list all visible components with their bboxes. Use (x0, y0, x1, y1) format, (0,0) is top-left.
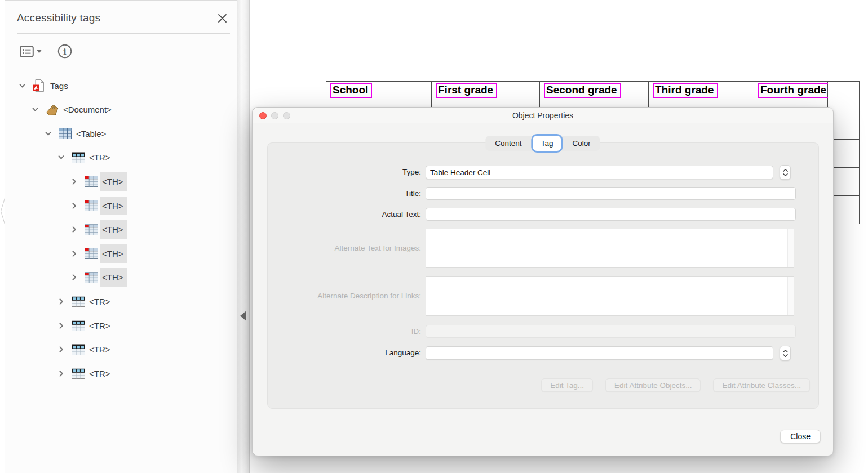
header-cell-icon (85, 224, 98, 236)
language-stepper-icon[interactable] (780, 346, 791, 360)
chevron-right-icon[interactable] (70, 274, 78, 281)
pdf-icon (33, 79, 46, 92)
title-field[interactable] (426, 187, 796, 200)
edit-attribute-objects-button: Edit Attribute Objects... (605, 378, 701, 392)
alt-text-images-textarea (426, 229, 794, 268)
panel-title: Accessibility tags (17, 12, 100, 24)
table-icon (59, 127, 72, 140)
tree-item-tr-5[interactable]: <TR> (5, 364, 237, 383)
tree-item-tr-2[interactable]: <TR> (5, 292, 237, 311)
tree-item-table[interactable]: <Table> (5, 124, 237, 143)
textarea-scrollbar[interactable] (787, 277, 794, 315)
table-row-icon (72, 295, 85, 307)
header-cell-icon (85, 175, 98, 188)
window-zoom-button (283, 112, 290, 119)
dialog-title: Object Properties (253, 111, 833, 120)
table-row-icon (72, 319, 85, 332)
chevron-down-icon[interactable] (32, 106, 39, 113)
tag-form-panel: Type:Title:Actual Text:Alternate Text fo… (267, 142, 819, 409)
type-stepper-icon[interactable] (780, 165, 791, 180)
tree-item-label: <TH> (100, 197, 127, 215)
tree-item-label: <TH> (100, 268, 127, 287)
header-cell-icon (85, 271, 98, 284)
language-field[interactable] (426, 346, 773, 360)
chevron-right-icon[interactable] (57, 346, 65, 353)
tree-item-label: <Document> (61, 100, 116, 119)
tree-item-label: <Table> (74, 124, 110, 143)
chevron-down-icon[interactable] (57, 154, 65, 161)
header-cell-icon (85, 247, 98, 260)
tree-item-label: <TR> (87, 316, 114, 335)
edit-tag-button: Edit Tag... (541, 378, 593, 392)
svg-text:i: i (63, 47, 66, 56)
collapse-panel-arrow-icon[interactable] (240, 311, 246, 321)
actual-text-label: Actual Text: (268, 208, 421, 221)
chevron-down-icon[interactable] (45, 130, 52, 137)
tab-content[interactable]: Content (485, 136, 531, 151)
tag-options-icon (20, 46, 34, 57)
tree-item-tr-4[interactable]: <TR> (5, 340, 237, 359)
tag-icon (46, 104, 59, 116)
tree-item-th-3[interactable]: <TH> (5, 220, 237, 239)
tree-item-th-1[interactable]: <TH> (5, 172, 237, 191)
tree-item-label: <TR> (87, 364, 114, 383)
dialog-tabs: ContentTagColor (485, 136, 600, 151)
tab-tag[interactable]: Tag (533, 136, 561, 151)
tree-item-label: Tags (48, 77, 72, 95)
close-icon (217, 13, 228, 24)
tree-item-label: <TH> (100, 172, 127, 191)
tag-highlight-box: Fourth grade (758, 83, 830, 98)
chevron-right-icon[interactable] (70, 250, 78, 257)
edit-attribute-classes-button: Edit Attribute Classes... (713, 378, 810, 392)
window-close-button[interactable] (259, 112, 267, 119)
tree-item-label: <TR> (87, 340, 114, 359)
panel-edge-notch (0, 0, 8, 473)
tree-item-label: <TH> (100, 244, 127, 263)
chevron-right-icon[interactable] (57, 298, 65, 305)
tag-highlight-box: Second grade (544, 83, 621, 98)
chevron-down-icon (37, 50, 42, 53)
tree-item-tags[interactable]: Tags (5, 76, 237, 95)
close-panel-button[interactable] (215, 11, 229, 25)
type-field[interactable] (426, 166, 773, 179)
chevron-right-icon[interactable] (70, 226, 78, 233)
tree-item-th-2[interactable]: <TH> (5, 196, 237, 215)
type-label: Type: (268, 166, 421, 179)
header-cell-icon (85, 199, 98, 212)
title-label: Title: (268, 187, 421, 200)
chevron-right-icon[interactable] (57, 370, 65, 377)
object-properties-dialog: Object Properties ContentTagColor Type:T… (252, 107, 834, 456)
alt-description-links-textarea (426, 276, 794, 316)
dialog-titlebar: Object Properties (253, 108, 833, 123)
id-label: ID: (268, 325, 421, 338)
textarea-scrollbar[interactable] (787, 229, 794, 267)
accessibility-tags-panel: Accessibility tags (5, 0, 237, 473)
tree-item-label: <TR> (87, 148, 114, 167)
tree-item-label: <TR> (87, 292, 114, 311)
chevron-down-icon[interactable] (19, 82, 26, 90)
table-row-icon (72, 343, 85, 356)
actual-text-field[interactable] (426, 208, 796, 221)
chevron-right-icon[interactable] (70, 202, 78, 209)
alt-text-images-label: Alternate Text for Images: (268, 229, 421, 268)
tags-tree: Tags<Document><Table><TR><TH><TH><TH><TH… (5, 76, 237, 473)
tab-color[interactable]: Color (563, 136, 600, 151)
info-icon: i (57, 44, 72, 59)
info-button[interactable]: i (56, 42, 74, 60)
tree-item-tr-1[interactable]: <TR> (5, 148, 237, 167)
tree-item-th-4[interactable]: <TH> (5, 244, 237, 263)
chevron-right-icon[interactable] (57, 322, 65, 329)
table-row-icon (72, 367, 85, 380)
tag-options-button[interactable] (18, 44, 43, 59)
tree-item-th-5[interactable]: <TH> (5, 268, 237, 287)
panel-divider (17, 33, 230, 34)
chevron-right-icon[interactable] (70, 178, 78, 185)
attribute-buttons-row: Edit Tag...Edit Attribute Objects...Edit… (541, 378, 810, 392)
tree-item-tr-3[interactable]: <TR> (5, 316, 237, 335)
tree-item-document[interactable]: <Document> (5, 100, 237, 119)
id-field (426, 325, 796, 338)
alt-description-links-label: Alternate Description for Links: (268, 276, 421, 316)
panel-splitter[interactable] (237, 0, 250, 473)
panel-divider (17, 69, 230, 69)
close-button[interactable]: Close (780, 430, 821, 443)
